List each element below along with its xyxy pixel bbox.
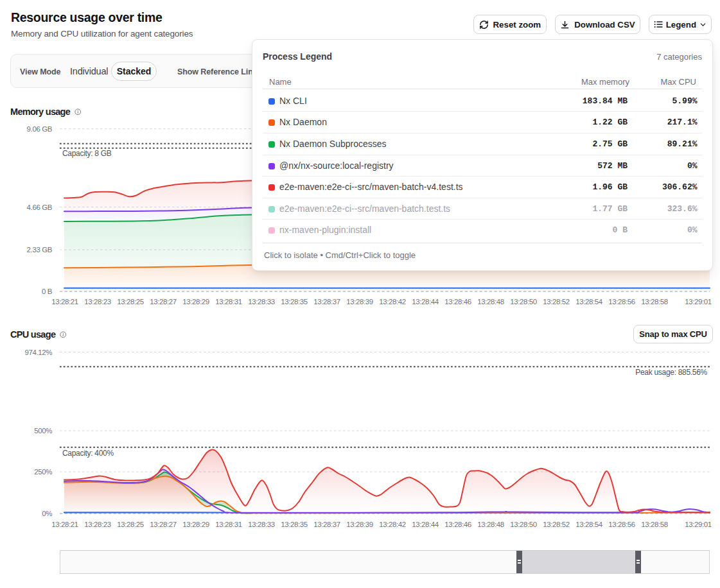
svg-text:13:28:58: 13:28:58	[641, 521, 668, 528]
svg-text:13:28:37: 13:28:37	[313, 521, 340, 528]
svg-text:13:28:44: 13:28:44	[412, 521, 439, 528]
svg-text:Capacity: 400%: Capacity: 400%	[62, 449, 114, 458]
svg-text:13:28:48: 13:28:48	[477, 521, 504, 528]
svg-text:13:28:50: 13:28:50	[510, 521, 537, 528]
svg-text:250%: 250%	[34, 468, 52, 476]
svg-text:13:28:39: 13:28:39	[346, 521, 373, 528]
svg-text:974.12%: 974.12%	[24, 349, 52, 356]
svg-text:13:28:35: 13:28:35	[281, 521, 308, 528]
svg-text:13:28:46: 13:28:46	[444, 521, 471, 528]
svg-text:13:28:23: 13:28:23	[84, 521, 111, 528]
svg-text:13:28:42: 13:28:42	[379, 521, 406, 528]
svg-text:13:29:01: 13:29:01	[685, 521, 712, 528]
svg-text:13:28:25: 13:28:25	[117, 521, 144, 528]
svg-text:Peak usage: 885.56%: Peak usage: 885.56%	[635, 368, 707, 377]
svg-text:13:28:27: 13:28:27	[150, 521, 177, 528]
svg-text:13:28:29: 13:28:29	[182, 521, 209, 528]
svg-text:13:28:33: 13:28:33	[248, 521, 275, 528]
svg-text:500%: 500%	[34, 427, 52, 435]
svg-text:13:28:21: 13:28:21	[51, 521, 78, 528]
svg-text:13:28:56: 13:28:56	[608, 521, 635, 528]
svg-text:13:28:52: 13:28:52	[543, 521, 570, 528]
svg-text:13:28:31: 13:28:31	[215, 521, 242, 528]
svg-text:0%: 0%	[42, 510, 52, 517]
svg-text:13:28:54: 13:28:54	[575, 521, 603, 528]
